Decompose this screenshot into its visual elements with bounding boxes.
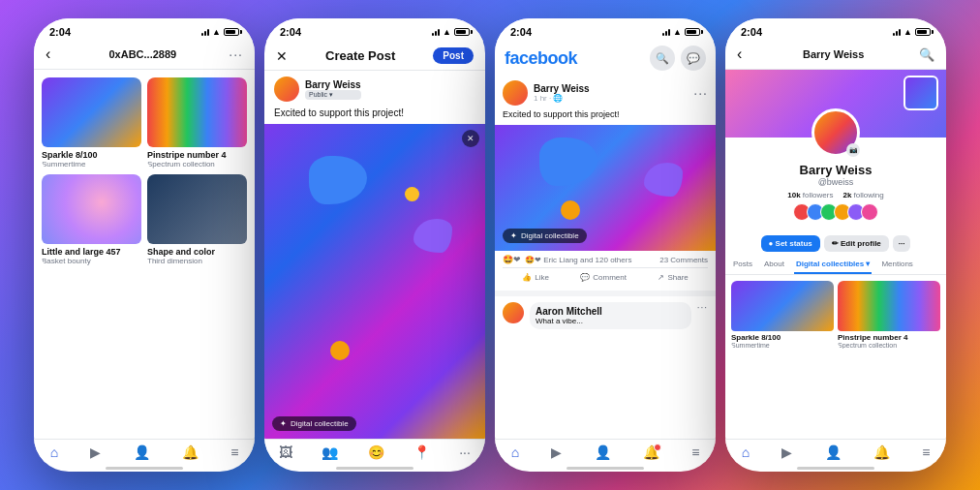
post-artwork [264,124,485,439]
messenger-icon: 💬 [687,52,700,65]
tab-mentions[interactable]: Mentions [879,256,914,274]
battery-icon-2 [454,28,470,36]
bottom-nav-4: ⌂ ▶ 👤 🔔 ≡ [725,439,946,463]
more-button-1[interactable]: ··· [229,46,243,62]
art-blob-1 [309,156,367,204]
status-bar-1: 2:04 ▲ [34,18,255,42]
phone-1: 2:04 ▲ ‹ 0xABC...2889 ··· Sparkle 8/100 … [34,18,255,472]
signal-icon-3 [662,29,670,36]
status-icons-2: ▲ [432,27,470,37]
messenger-button[interactable]: 💬 [681,46,706,71]
nav-photo-2[interactable]: 🖼 [279,445,292,459]
profile-nav-header: ‹ Barry Weiss 🔍 [725,42,946,70]
list-item[interactable]: Sparkle 8/100 Summertime [731,281,834,349]
tab-posts[interactable]: Posts [731,256,754,274]
home-indicator-3 [567,467,644,470]
camera-button[interactable]: 📷 [846,143,860,157]
list-item[interactable]: Sparkle 8/100 Summertime [42,77,141,168]
menu-icon: ≡ [230,445,238,459]
nav-home-3[interactable]: ⌂ [511,445,519,459]
people-icon: 👥 [322,445,338,459]
comment-icon: 💬 [580,273,590,282]
reaction-emojis: 🤩❤ [503,255,521,264]
home-indicator-1 [106,467,183,470]
back-button-1[interactable]: ‹ [46,46,56,63]
video-icon: ▶ [90,445,101,459]
post-text-input[interactable]: Excited to support this project! [264,107,485,124]
audience-selector[interactable]: Public ▾ [305,90,361,100]
feed-blob-2 [644,163,683,197]
nav-profile-4[interactable]: 👤 [825,445,842,459]
signal-icon-4 [893,29,901,36]
gallery-subtitle-3: Basket bounty [42,257,141,265]
gallery-image-2 [147,77,247,147]
feed-badge: ✦ Digital collectible [503,229,587,243]
battery-icon-3 [685,28,700,36]
profile-gallery-title-1: Sparkle 8/100 [731,333,834,342]
close-button[interactable]: ✕ [276,48,288,64]
nav-menu-4[interactable]: ≡ [922,445,930,459]
comment-button[interactable]: 💬 Comment [576,270,630,285]
home-icon-4: ⌂ [742,445,750,459]
video-icon-4: ▶ [781,445,792,459]
nav-emoji-2[interactable]: 😊 [368,445,384,459]
nav-more-2[interactable]: ··· [459,445,471,459]
post-author-section: Barry Weiss Public ▾ [264,71,485,107]
nav-video-4[interactable]: ▶ [781,445,792,459]
tab-digital-collectibles[interactable]: Digital collectibles ▾ [794,256,872,274]
search-button-4[interactable]: 🔍 [919,47,934,62]
nav-menu-1[interactable]: ≡ [230,445,238,459]
wifi-icon-2: ▲ [443,27,451,37]
facebook-logo: facebook [505,48,577,69]
profile-actions: ● Set status ✏ Edit profile ··· [725,231,946,256]
post-button[interactable]: Post [433,47,474,64]
list-item[interactable]: Little and large 457 Basket bounty [42,174,141,265]
art-blob-3 [330,341,350,360]
profile-avatar-area: 📷 [812,108,860,157]
search-button-3[interactable]: 🔍 [650,46,675,71]
nav-people-2[interactable]: 👥 [322,445,338,459]
back-button-4[interactable]: ‹ [737,46,748,63]
nav-menu-3[interactable]: ≡ [691,445,699,459]
phone-2: 2:04 ▲ ✕ Create Post Post Barry Weiss Pu… [264,18,485,472]
nav-video-1[interactable]: ▶ [90,445,101,459]
list-item[interactable]: Pinstripe number 4 Spectrum collection [147,77,247,168]
create-post-title: Create Post [325,48,395,63]
share-button[interactable]: ↗ Share [654,270,691,285]
wifi-icon-3: ▲ [673,27,682,37]
edit-profile-button[interactable]: ✏ Edit profile [824,235,889,252]
comment-more-button[interactable]: ··· [697,302,708,313]
nav-bell-1[interactable]: 🔔 [182,445,199,459]
nav-profile-3[interactable]: 👤 [595,445,611,459]
nav-bell-4[interactable]: 🔔 [873,445,890,459]
more-icon: ··· [459,445,471,459]
profile-gallery-title-2: Pinstripe number 4 [838,333,940,342]
profile-icon-3: 👤 [595,445,611,459]
like-button[interactable]: 👍 Like [518,270,553,285]
list-item[interactable]: Pinstripe number 4 Spectrum collection [838,281,940,349]
home-indicator-4 [797,467,874,470]
nav-home-1[interactable]: ⌂ [50,445,58,459]
set-status-button[interactable]: ● Set status [761,235,820,252]
reaction-text: 🤩❤ Eric Liang and 120 others [525,256,631,264]
gallery-image-1 [42,77,141,147]
nav-location-2[interactable]: 📍 [413,445,430,459]
nav-video-3[interactable]: ▶ [551,445,562,459]
status-bar-2: 2:04 ▲ [264,18,485,42]
gallery-subtitle-1: Summertime [42,160,141,168]
gallery-title-2: Pinstripe number 4 [147,150,247,160]
nav-home-4[interactable]: ⌂ [742,445,750,459]
profile-stats: 10k followers 2k following [735,191,936,199]
status-icons-1: ▲ [201,27,239,37]
list-item[interactable]: Shape and color Third dimension [147,174,247,265]
feed-author-name: Barry Weiss [534,83,590,94]
bottom-nav-3: ⌂ ▶ 👤 🔔 ≡ [495,439,716,463]
phone-3: 2:04 ▲ facebook 🔍 💬 Barry Weiss [495,18,716,472]
more-actions-button[interactable]: ··· [893,235,911,252]
post-more-button[interactable]: ··· [693,85,708,101]
wifi-icon-4: ▲ [903,27,912,37]
remove-image-button[interactable]: ✕ [462,130,479,147]
feed-screen: Barry Weiss 1 hr · 🌐 ··· Excited to supp… [495,75,716,439]
nav-profile-1[interactable]: 👤 [134,445,150,459]
tab-about[interactable]: About [762,256,786,274]
